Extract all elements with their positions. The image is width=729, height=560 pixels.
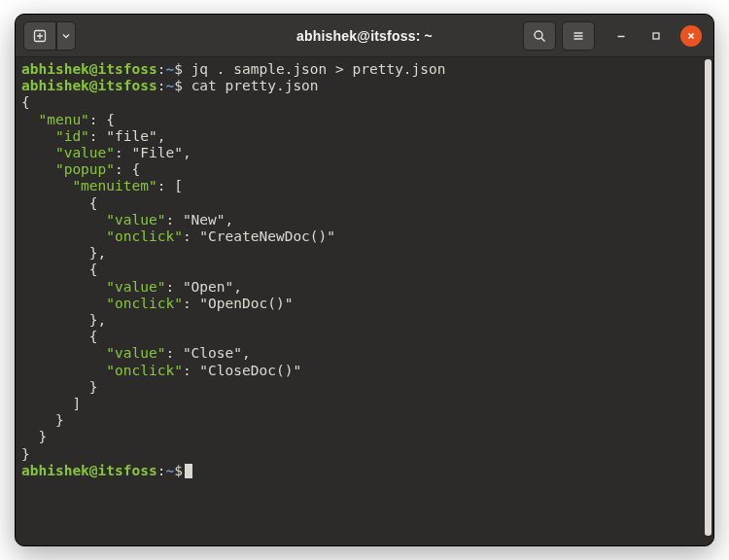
json-key: "onclick" — [106, 228, 183, 244]
maximize-button[interactable] — [645, 25, 667, 47]
close-button[interactable] — [680, 25, 702, 47]
json-line: { — [89, 329, 98, 344]
command-2: cat pretty.json — [191, 78, 319, 93]
terminal-body[interactable]: abhishek@itsfoss:~$ jq . sample.json > p… — [16, 57, 713, 545]
json-value: "CloseDoc()" — [199, 363, 301, 378]
prompt-user: abhishek@itsfoss — [21, 463, 157, 478]
json-line: { — [89, 195, 98, 211]
json-line: { — [21, 94, 30, 110]
json-value: "file" — [106, 128, 156, 144]
new-tab-button[interactable] — [23, 21, 56, 51]
json-value: "File" — [132, 145, 183, 160]
titlebar: abhishek@itsfoss: ~ — [16, 15, 713, 57]
json-key: "onclick" — [106, 296, 183, 311]
json-key: "menu" — [38, 112, 88, 127]
prompt-user: abhishek@itsfoss — [21, 78, 157, 93]
hamburger-menu-button[interactable] — [562, 21, 595, 51]
json-line: } — [55, 412, 64, 428]
json-line: ] — [72, 396, 81, 411]
command-1: jq . sample.json > pretty.json — [191, 61, 446, 77]
json-key: "onclick" — [106, 363, 183, 378]
json-key: "value" — [106, 212, 165, 228]
json-key: "value" — [55, 145, 115, 160]
minimize-button[interactable] — [610, 25, 632, 47]
json-line: }, — [89, 245, 106, 261]
json-line: }, — [89, 312, 106, 328]
json-value: "CreateNewDoc()" — [199, 228, 335, 244]
terminal-window: abhishek@itsfoss: ~ abhishek@itsfoss:~$ … — [15, 14, 714, 546]
json-value: "New" — [183, 212, 226, 228]
cursor-icon — [185, 464, 192, 478]
svg-rect-9 — [653, 33, 659, 39]
json-value: "Close" — [183, 345, 242, 361]
new-tab-dropdown-button[interactable] — [56, 21, 76, 51]
scrollbar[interactable] — [705, 59, 712, 536]
window-controls — [610, 25, 702, 47]
json-line: { — [89, 262, 98, 277]
json-key: "menuitem" — [72, 178, 156, 193]
json-line: } — [38, 429, 47, 444]
search-button[interactable] — [523, 21, 556, 51]
json-key: "popup" — [55, 161, 115, 177]
svg-point-3 — [535, 31, 542, 39]
json-value: "Open" — [183, 279, 233, 295]
svg-line-4 — [541, 38, 545, 42]
window-title: abhishek@itsfoss: ~ — [296, 28, 433, 44]
json-line: } — [21, 446, 30, 462]
prompt-path: ~ — [165, 61, 174, 77]
terminal-output[interactable]: abhishek@itsfoss:~$ jq . sample.json > p… — [16, 57, 704, 545]
prompt-dollar: $ — [174, 61, 183, 77]
prompt-path: ~ — [165, 463, 174, 478]
json-key: "id" — [55, 128, 89, 144]
json-key: "value" — [106, 279, 165, 295]
json-line: } — [89, 379, 98, 395]
json-value: "OpenDoc()" — [199, 296, 293, 311]
prompt-user: abhishek@itsfoss — [21, 61, 157, 77]
json-key: "value" — [106, 345, 165, 361]
prompt-path: ~ — [165, 78, 174, 93]
